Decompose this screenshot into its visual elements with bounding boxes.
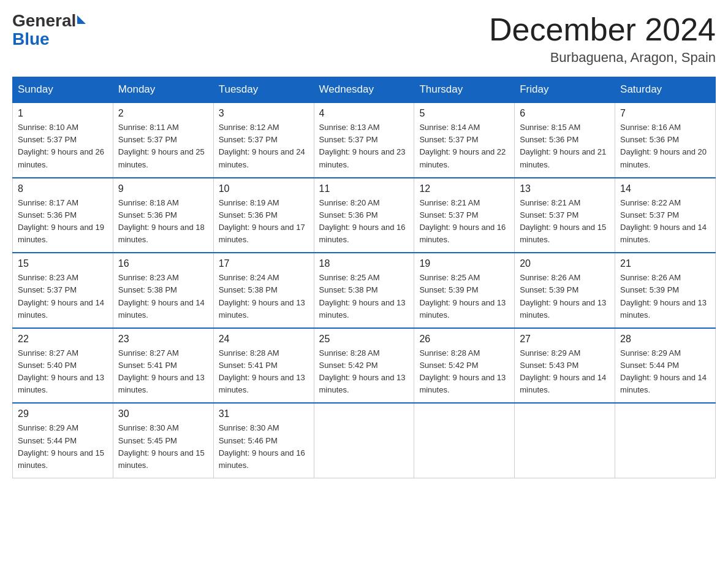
table-row xyxy=(314,403,414,478)
table-row: 23 Sunrise: 8:27 AMSunset: 5:41 PMDaylig… xyxy=(113,328,213,404)
day-info: Sunrise: 8:25 AMSunset: 5:39 PMDaylight:… xyxy=(419,273,506,319)
day-number: 31 xyxy=(219,408,309,419)
logo-general-text: General xyxy=(12,12,76,29)
day-number: 1 xyxy=(18,108,108,119)
table-row: 20 Sunrise: 8:26 AMSunset: 5:39 PMDaylig… xyxy=(515,253,615,328)
day-number: 23 xyxy=(118,334,208,345)
day-number: 22 xyxy=(18,334,108,345)
day-info: Sunrise: 8:26 AMSunset: 5:39 PMDaylight:… xyxy=(620,273,707,319)
table-row xyxy=(515,403,615,478)
day-number: 3 xyxy=(219,108,309,119)
table-row: 29 Sunrise: 8:29 AMSunset: 5:44 PMDaylig… xyxy=(13,403,113,478)
day-info: Sunrise: 8:18 AMSunset: 5:36 PMDaylight:… xyxy=(118,198,205,244)
table-row: 28 Sunrise: 8:29 AMSunset: 5:44 PMDaylig… xyxy=(615,328,716,404)
day-headers-row: Sunday Monday Tuesday Wednesday Thursday… xyxy=(13,77,716,103)
logo: General Blue xyxy=(12,12,87,49)
table-row: 3 Sunrise: 8:12 AMSunset: 5:37 PMDayligh… xyxy=(213,102,314,178)
day-number: 13 xyxy=(520,183,610,194)
day-info: Sunrise: 8:19 AMSunset: 5:36 PMDaylight:… xyxy=(219,198,305,244)
month-title: December 2024 xyxy=(489,12,716,47)
table-row: 10 Sunrise: 8:19 AMSunset: 5:36 PMDaylig… xyxy=(213,178,314,253)
day-number: 15 xyxy=(18,258,108,269)
header: General Blue December 2024 Burbaguena, A… xyxy=(12,12,716,66)
title-area: December 2024 Burbaguena, Aragon, Spain xyxy=(489,12,716,66)
day-number: 30 xyxy=(118,408,208,419)
table-row: 7 Sunrise: 8:16 AMSunset: 5:36 PMDayligh… xyxy=(615,102,716,178)
day-info: Sunrise: 8:30 AMSunset: 5:45 PMDaylight:… xyxy=(118,423,205,469)
day-number: 8 xyxy=(18,183,108,194)
header-sunday: Sunday xyxy=(13,77,113,103)
day-info: Sunrise: 8:11 AMSunset: 5:37 PMDaylight:… xyxy=(118,123,205,169)
table-row: 4 Sunrise: 8:13 AMSunset: 5:37 PMDayligh… xyxy=(314,102,414,178)
calendar-week-row: 8 Sunrise: 8:17 AMSunset: 5:36 PMDayligh… xyxy=(13,178,716,253)
calendar-week-row: 29 Sunrise: 8:29 AMSunset: 5:44 PMDaylig… xyxy=(13,403,716,478)
day-number: 17 xyxy=(219,258,309,269)
table-row: 12 Sunrise: 8:21 AMSunset: 5:37 PMDaylig… xyxy=(414,178,515,253)
header-saturday: Saturday xyxy=(615,77,716,103)
day-number: 19 xyxy=(419,258,509,269)
table-row xyxy=(615,403,716,478)
table-row: 24 Sunrise: 8:28 AMSunset: 5:41 PMDaylig… xyxy=(213,328,314,404)
header-tuesday: Tuesday xyxy=(213,77,314,103)
day-info: Sunrise: 8:26 AMSunset: 5:39 PMDaylight:… xyxy=(520,273,606,319)
day-info: Sunrise: 8:28 AMSunset: 5:41 PMDaylight:… xyxy=(219,348,305,394)
day-number: 25 xyxy=(319,334,409,345)
day-number: 9 xyxy=(118,183,208,194)
calendar-table: Sunday Monday Tuesday Wednesday Thursday… xyxy=(12,77,716,478)
table-row: 25 Sunrise: 8:28 AMSunset: 5:42 PMDaylig… xyxy=(314,328,414,404)
table-row: 6 Sunrise: 8:15 AMSunset: 5:36 PMDayligh… xyxy=(515,102,615,178)
day-info: Sunrise: 8:21 AMSunset: 5:37 PMDaylight:… xyxy=(520,198,606,244)
table-row: 15 Sunrise: 8:23 AMSunset: 5:37 PMDaylig… xyxy=(13,253,113,328)
day-info: Sunrise: 8:27 AMSunset: 5:41 PMDaylight:… xyxy=(118,348,205,394)
table-row: 16 Sunrise: 8:23 AMSunset: 5:38 PMDaylig… xyxy=(113,253,213,328)
logo-blue-text: Blue xyxy=(12,29,50,49)
table-row: 27 Sunrise: 8:29 AMSunset: 5:43 PMDaylig… xyxy=(515,328,615,404)
day-number: 7 xyxy=(620,108,710,119)
day-info: Sunrise: 8:14 AMSunset: 5:37 PMDaylight:… xyxy=(419,123,506,169)
day-info: Sunrise: 8:21 AMSunset: 5:37 PMDaylight:… xyxy=(419,198,506,244)
day-number: 4 xyxy=(319,108,409,119)
day-info: Sunrise: 8:17 AMSunset: 5:36 PMDaylight:… xyxy=(18,198,104,244)
day-number: 6 xyxy=(520,108,610,119)
calendar-week-row: 1 Sunrise: 8:10 AMSunset: 5:37 PMDayligh… xyxy=(13,102,716,178)
day-number: 5 xyxy=(419,108,509,119)
table-row: 1 Sunrise: 8:10 AMSunset: 5:37 PMDayligh… xyxy=(13,102,113,178)
header-friday: Friday xyxy=(515,77,615,103)
table-row: 19 Sunrise: 8:25 AMSunset: 5:39 PMDaylig… xyxy=(414,253,515,328)
day-info: Sunrise: 8:27 AMSunset: 5:40 PMDaylight:… xyxy=(18,348,104,394)
table-row xyxy=(414,403,515,478)
day-info: Sunrise: 8:20 AMSunset: 5:36 PMDaylight:… xyxy=(319,198,406,244)
day-info: Sunrise: 8:10 AMSunset: 5:37 PMDaylight:… xyxy=(18,123,104,169)
day-number: 20 xyxy=(520,258,610,269)
day-info: Sunrise: 8:30 AMSunset: 5:46 PMDaylight:… xyxy=(219,423,305,469)
day-info: Sunrise: 8:13 AMSunset: 5:37 PMDaylight:… xyxy=(319,123,406,169)
table-row: 26 Sunrise: 8:28 AMSunset: 5:42 PMDaylig… xyxy=(414,328,515,404)
table-row: 13 Sunrise: 8:21 AMSunset: 5:37 PMDaylig… xyxy=(515,178,615,253)
table-row: 11 Sunrise: 8:20 AMSunset: 5:36 PMDaylig… xyxy=(314,178,414,253)
table-row: 8 Sunrise: 8:17 AMSunset: 5:36 PMDayligh… xyxy=(13,178,113,253)
day-info: Sunrise: 8:24 AMSunset: 5:38 PMDaylight:… xyxy=(219,273,305,319)
day-number: 21 xyxy=(620,258,710,269)
table-row: 5 Sunrise: 8:14 AMSunset: 5:37 PMDayligh… xyxy=(414,102,515,178)
header-thursday: Thursday xyxy=(414,77,515,103)
day-number: 16 xyxy=(118,258,208,269)
day-info: Sunrise: 8:29 AMSunset: 5:43 PMDaylight:… xyxy=(520,348,606,394)
day-info: Sunrise: 8:25 AMSunset: 5:38 PMDaylight:… xyxy=(319,273,406,319)
day-info: Sunrise: 8:29 AMSunset: 5:44 PMDaylight:… xyxy=(620,348,707,394)
header-wednesday: Wednesday xyxy=(314,77,414,103)
day-info: Sunrise: 8:28 AMSunset: 5:42 PMDaylight:… xyxy=(419,348,506,394)
day-info: Sunrise: 8:29 AMSunset: 5:44 PMDaylight:… xyxy=(18,423,104,469)
table-row: 9 Sunrise: 8:18 AMSunset: 5:36 PMDayligh… xyxy=(113,178,213,253)
table-row: 17 Sunrise: 8:24 AMSunset: 5:38 PMDaylig… xyxy=(213,253,314,328)
day-info: Sunrise: 8:23 AMSunset: 5:38 PMDaylight:… xyxy=(118,273,205,319)
day-number: 11 xyxy=(319,183,409,194)
day-number: 27 xyxy=(520,334,610,345)
day-number: 2 xyxy=(118,108,208,119)
day-info: Sunrise: 8:22 AMSunset: 5:37 PMDaylight:… xyxy=(620,198,707,244)
day-number: 29 xyxy=(18,408,108,419)
logo-triangle-icon xyxy=(77,15,86,24)
table-row: 2 Sunrise: 8:11 AMSunset: 5:37 PMDayligh… xyxy=(113,102,213,178)
day-info: Sunrise: 8:12 AMSunset: 5:37 PMDaylight:… xyxy=(219,123,305,169)
table-row: 21 Sunrise: 8:26 AMSunset: 5:39 PMDaylig… xyxy=(615,253,716,328)
table-row: 18 Sunrise: 8:25 AMSunset: 5:38 PMDaylig… xyxy=(314,253,414,328)
